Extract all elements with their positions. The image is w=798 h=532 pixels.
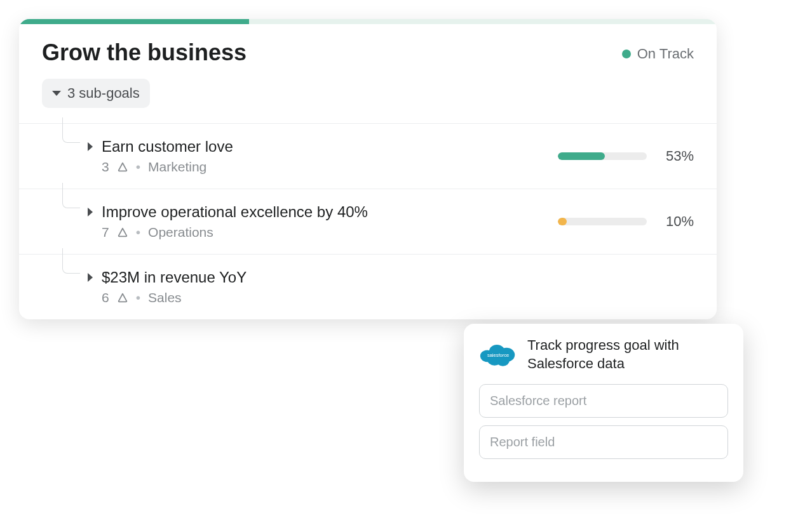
caret-right-icon[interactable] xyxy=(88,208,93,216)
report-field-input[interactable] xyxy=(479,425,728,459)
salesforce-logo-icon: salesforce xyxy=(479,340,517,369)
popover-title: Track progress goal with Salesforce data xyxy=(527,336,728,373)
subgoal-row[interactable]: Earn customer love 3 • Marketing 53% xyxy=(19,123,717,189)
subgoal-count: 6 xyxy=(102,290,109,305)
status-dot-icon xyxy=(622,50,631,58)
subgoal-list: Earn customer love 3 • Marketing 53% xyxy=(19,123,717,319)
subgoal-title: Earn customer love xyxy=(102,138,233,156)
separator-dot: • xyxy=(136,290,140,305)
salesforce-popover: salesforce Track progress goal with Sale… xyxy=(464,324,743,482)
subgoal-title: $23M in revenue YoY xyxy=(102,269,247,286)
separator-dot: • xyxy=(136,159,140,175)
subgoal-content: Improve operational excellence by 40% 7 … xyxy=(42,203,541,240)
header-progress-fill xyxy=(19,19,249,24)
triangle-icon xyxy=(117,292,128,303)
card-header: Grow the business On Track xyxy=(19,24,717,71)
progress-percent: 53% xyxy=(659,148,694,164)
tree-connector-icon xyxy=(62,248,80,274)
subgoals-toggle[interactable]: 3 sub-goals xyxy=(42,79,150,108)
subgoal-team: Sales xyxy=(148,290,182,305)
triangle-icon xyxy=(117,227,128,238)
progress-percent: 10% xyxy=(659,213,694,230)
subgoal-row[interactable]: Improve operational excellence by 40% 7 … xyxy=(19,189,717,254)
status-badge: On Track xyxy=(622,39,694,62)
caret-right-icon[interactable] xyxy=(88,273,93,282)
subgoal-content: Earn customer love 3 • Marketing xyxy=(42,138,541,175)
progress-bar-track xyxy=(558,152,647,160)
subgoal-content: $23M in revenue YoY 6 • Sales xyxy=(42,269,541,305)
caret-down-icon xyxy=(52,91,61,96)
subgoal-team: Operations xyxy=(148,225,213,240)
progress-bar-fill xyxy=(558,218,567,225)
progress-bar-fill xyxy=(558,152,605,160)
subgoal-title: Improve operational excellence by 40% xyxy=(102,203,368,221)
subgoals-count-label: 3 sub-goals xyxy=(67,85,140,102)
tree-connector-icon xyxy=(62,183,80,208)
salesforce-report-input[interactable] xyxy=(479,384,728,418)
popover-header: salesforce Track progress goal with Sale… xyxy=(479,336,728,373)
triangle-icon xyxy=(117,161,128,173)
subgoal-progress: 10% xyxy=(541,213,694,230)
separator-dot: • xyxy=(136,225,140,240)
subgoal-progress: 53% xyxy=(541,148,694,164)
subgoal-row[interactable]: $23M in revenue YoY 6 • Sales xyxy=(19,254,717,319)
progress-bar-track xyxy=(558,218,647,225)
goal-title: Grow the business xyxy=(42,39,247,66)
tree-connector-icon xyxy=(62,117,80,143)
subgoal-team: Marketing xyxy=(148,159,206,175)
svg-text:salesforce: salesforce xyxy=(487,352,509,357)
header-progress-track xyxy=(19,19,717,24)
subgoal-count: 7 xyxy=(102,225,109,240)
subgoal-count: 3 xyxy=(102,159,109,175)
status-label: On Track xyxy=(637,46,694,62)
goal-card: Grow the business On Track 3 sub-goals E… xyxy=(19,19,717,319)
caret-right-icon[interactable] xyxy=(88,142,93,151)
